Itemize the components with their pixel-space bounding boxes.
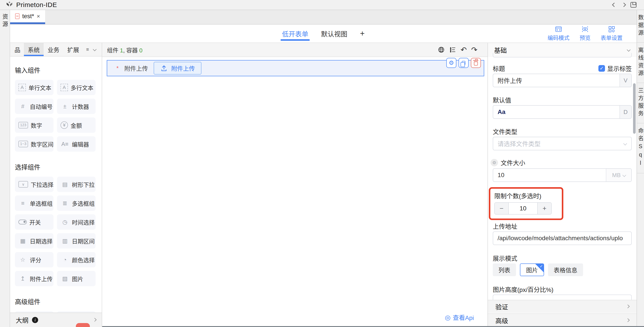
preview-eye-icon xyxy=(582,26,588,33)
view-api-eye-icon: ◎ xyxy=(445,314,450,321)
display-mode-options: 列表 图片 ✓ 表格信息 xyxy=(493,264,632,276)
select-components-grid: ∨下拉选择 ▤树形下拉 ≡单选框组 ≣多选框组 开关 ◷时间选择 ▦日期选择 ▥… xyxy=(15,177,96,286)
palette-list-icon[interactable]: ≡ xyxy=(86,47,89,52)
upload-icon xyxy=(160,64,168,72)
stepper-value[interactable]: 10 xyxy=(508,203,538,214)
component-copy-button[interactable] xyxy=(458,58,469,68)
show-label-checkbox[interactable]: ✓ xyxy=(598,65,605,72)
component-action-buttons: ⚙ xyxy=(446,58,481,68)
redo-icon[interactable]: ↷ xyxy=(471,46,478,54)
component-date-picker[interactable]: ▦日期选择 xyxy=(15,233,54,248)
tab-offline-resources[interactable]: 离线资源 xyxy=(637,43,644,83)
canvas-body[interactable]: * 附件上传 附件上传 ⚙ xyxy=(102,57,488,327)
mode-list-button[interactable]: 列表 xyxy=(493,264,516,276)
display-mode-label: 展示模式 xyxy=(493,254,632,262)
component-time-picker[interactable]: ◷时间选择 xyxy=(57,214,96,230)
component-multi-line-text[interactable]: A多行文本 xyxy=(57,80,96,95)
component-image[interactable]: ▧图片 xyxy=(57,271,96,286)
file-size-unit-select[interactable]: MB xyxy=(606,169,631,182)
partial-scrolled-input xyxy=(493,53,632,58)
tab-third-party-services[interactable]: 三方服务 xyxy=(637,83,644,124)
palette-tab-business[interactable]: 业务 xyxy=(44,43,63,56)
save-button[interactable] xyxy=(629,0,638,9)
palette-tab-system[interactable]: 系统 xyxy=(24,43,44,56)
canvas-header: 组件 1, 容器 0 ↶ ↷ xyxy=(102,43,488,57)
component-editor[interactable]: A≡编辑器 xyxy=(57,136,96,152)
tab-close-icon[interactable]: × xyxy=(36,13,40,20)
nav-forward-button[interactable] xyxy=(619,0,629,9)
title-label: 标题 xyxy=(493,64,505,73)
component-dropdown[interactable]: ∨下拉选择 xyxy=(15,177,54,192)
view-tabs: 低开表单 默认视图 + xyxy=(282,24,364,42)
upload-url-input[interactable]: /api/lowcode/models/attachments/actions/… xyxy=(493,232,632,245)
advanced-section-bar[interactable]: 高级 xyxy=(488,314,636,327)
mode-table-info-button[interactable]: 表格信息 xyxy=(548,264,583,276)
stepper-minus-button[interactable]: − xyxy=(495,203,508,214)
attachment-upload-button[interactable]: 附件上传 xyxy=(154,62,202,74)
file-type-select[interactable]: 请选择文件类型 xyxy=(493,137,632,150)
component-color-picker[interactable]: ◔颜色选择 xyxy=(57,252,96,268)
notification-badge xyxy=(76,323,90,327)
tab-named-sql[interactable]: 命名Sql xyxy=(637,124,644,173)
palette-collapse-icon[interactable] xyxy=(94,48,96,52)
view-api-link[interactable]: ◎ 查看Api xyxy=(445,313,474,322)
component-number[interactable]: 123数字 xyxy=(15,118,54,133)
section-collapse-icon[interactable] xyxy=(627,48,630,52)
tab-default-view[interactable]: 默认视图 xyxy=(321,24,347,42)
component-rating[interactable]: ☆评分 xyxy=(15,252,54,268)
image-height-input-partial[interactable] xyxy=(493,294,632,300)
title-input[interactable]: 附件上传 V xyxy=(493,74,632,87)
date-range-icon: ▥ xyxy=(60,238,69,244)
file-size-input[interactable]: 10 MB xyxy=(493,168,632,182)
component-number-range[interactable]: 1~3数字区间 xyxy=(15,136,54,152)
palette-tab-bar: 品 系统 业务 扩展 ≡ xyxy=(10,43,102,56)
default-value-input[interactable]: Aa D xyxy=(493,105,632,119)
form-settings-icon xyxy=(608,26,615,33)
tab-lowcode-form[interactable]: 低开表单 xyxy=(282,24,308,42)
tab-test[interactable]: test* × xyxy=(10,10,45,24)
form-settings-button[interactable]: 表单设置 xyxy=(600,26,622,42)
show-label-control[interactable]: ✓ 显示标签 xyxy=(598,64,632,73)
outline-tree-icon[interactable] xyxy=(449,46,456,53)
default-value-d-button[interactable]: D xyxy=(620,106,631,118)
limit-count-label: 限制个数(多选时) xyxy=(494,191,562,200)
outline-bar[interactable]: 大纲 i xyxy=(10,312,102,327)
stepper-plus-button[interactable]: + xyxy=(538,203,551,214)
nav-back-button[interactable] xyxy=(609,0,619,9)
palette-tab-extension[interactable]: 扩展 xyxy=(63,43,83,56)
component-currency[interactable]: ¥金额 xyxy=(57,118,96,133)
mode-image-button[interactable]: 图片 ✓ xyxy=(520,264,544,276)
form-settings-label: 表单设置 xyxy=(600,34,622,42)
code-mode-button[interactable]: 编码模式 xyxy=(548,26,570,42)
input-components-grid: A单行文本 A多行文本 #自动编号 ±计数器 123数字 ¥金额 1~3数字区间… xyxy=(15,80,96,152)
title-field-row: 标题 ✓ 显示标签 xyxy=(493,64,632,73)
resources-tab[interactable]: 资源 xyxy=(1,14,9,28)
selected-attachment-component[interactable]: * 附件上传 附件上传 xyxy=(107,60,484,76)
validation-section-bar[interactable]: 验证 xyxy=(488,300,636,313)
selected-check-icon: ✓ xyxy=(540,264,543,269)
properties-scrollbar[interactable] xyxy=(633,83,636,134)
preview-button[interactable]: 预览 xyxy=(580,26,590,42)
component-single-line-text[interactable]: A单行文本 xyxy=(15,80,54,95)
time-picker-icon: ◷ xyxy=(60,219,69,226)
component-settings-button[interactable]: ⚙ xyxy=(446,58,456,68)
component-radio-group[interactable]: ≡单选框组 xyxy=(15,196,54,211)
info-icon: i xyxy=(32,317,38,323)
unit-chevron-icon xyxy=(622,173,626,177)
palette-body: 输入组件 A单行文本 A多行文本 #自动编号 ±计数器 123数字 ¥金额 1~… xyxy=(10,56,102,312)
component-auto-number[interactable]: #自动编号 xyxy=(15,99,54,114)
add-view-button[interactable]: + xyxy=(360,29,364,38)
title-variable-button[interactable]: V xyxy=(620,74,631,87)
component-tree-dropdown[interactable]: ▤树形下拉 xyxy=(57,177,96,192)
component-counter[interactable]: ±计数器 xyxy=(57,99,96,114)
component-attachment-upload[interactable]: ↥附件上传 xyxy=(15,271,54,286)
component-delete-button[interactable] xyxy=(471,58,481,68)
tab-data-source[interactable]: 数据源 xyxy=(637,10,644,43)
component-checkbox-group[interactable]: ≣多选框组 xyxy=(57,196,96,211)
component-date-range[interactable]: ▥日期区间 xyxy=(57,233,96,248)
component-switch[interactable]: 开关 xyxy=(15,214,54,230)
globe-icon[interactable] xyxy=(438,46,445,53)
outline-expand-icon[interactable] xyxy=(94,318,96,322)
undo-icon[interactable]: ↶ xyxy=(460,46,467,54)
image-icon: ▧ xyxy=(60,275,69,282)
